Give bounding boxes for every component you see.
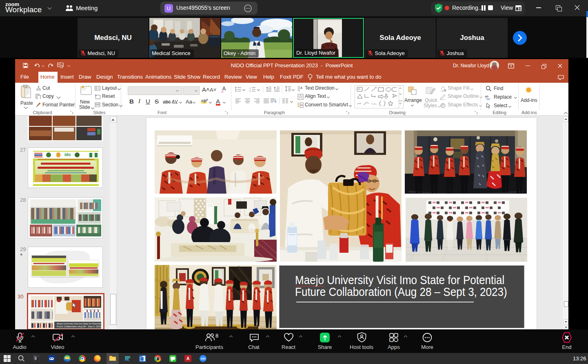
svg-text:2: 2 xyxy=(249,90,251,92)
svg-text:A: A xyxy=(300,86,303,90)
svg-text:1: 1 xyxy=(249,87,251,89)
svg-text:⇢ac: ⇢ac xyxy=(485,97,490,100)
